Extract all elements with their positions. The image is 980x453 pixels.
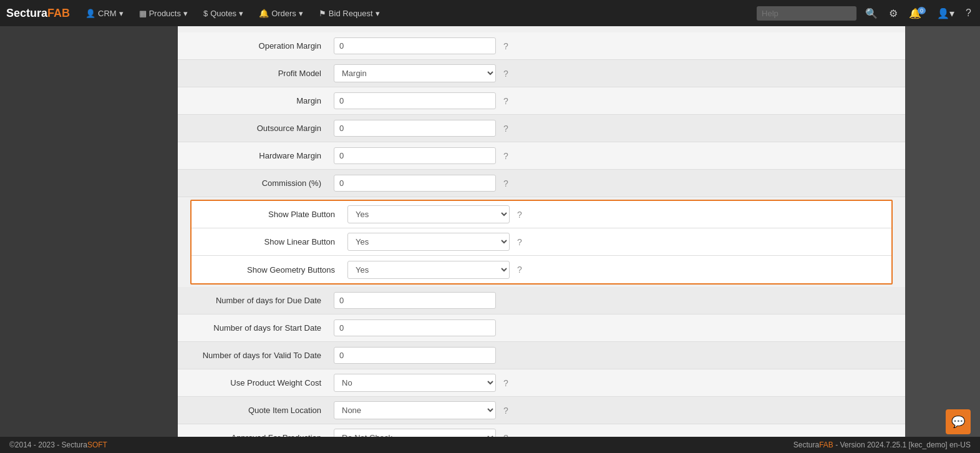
days-due-date-label: Number of days for Due Date [190, 296, 334, 305]
user-icon: 👤 [85, 9, 95, 18]
nav-bid-request[interactable]: ⚑ Bid Request ▾ [313, 6, 386, 21]
form-row-show-linear-button: Show Linear Button Yes No ? [192, 228, 891, 256]
grid-icon: ▦ [139, 9, 147, 18]
highlight-group: Show Plate Button Yes No ? Show Linear B… [190, 200, 893, 285]
nav-orders[interactable]: 🔔 Orders ▾ [253, 6, 309, 21]
commission-field [334, 175, 496, 192]
form-row-show-plate-button: Show Plate Button Yes No ? [192, 201, 891, 228]
use-product-weight-cost-label: Use Product Weight Cost [190, 378, 334, 387]
form-row-days-due-date: Number of days for Due Date [178, 287, 905, 314]
show-linear-button-select[interactable]: Yes No [347, 233, 510, 251]
quotes-chevron-icon: ▾ [239, 9, 243, 18]
outsource-margin-field [334, 120, 496, 137]
products-chevron-icon: ▾ [183, 9, 188, 18]
left-sidebar [0, 26, 178, 453]
show-geometry-buttons-select[interactable]: Yes No [347, 261, 510, 279]
days-due-date-input[interactable] [334, 292, 496, 309]
show-plate-button-select[interactable]: Yes No [347, 205, 510, 223]
form-row-profit-model: Profit Model Margin Markup ? [178, 60, 905, 87]
show-linear-button-label: Show Linear Button [204, 237, 347, 246]
nav-crm[interactable]: 👤 CRM ▾ [79, 6, 130, 21]
quote-item-location-label: Quote Item Location [190, 406, 334, 415]
form-row-outsource-margin: Outsource Margin ? [178, 115, 905, 142]
orders-chevron-icon: ▾ [299, 9, 303, 18]
bid-chevron-icon: ▾ [376, 9, 380, 18]
show-geometry-buttons-field: Yes No [347, 261, 510, 279]
navbar: SecturaFAB 👤 CRM ▾ ▦ Products ▾ $ Quotes… [0, 0, 980, 26]
dollar-icon: $ [203, 9, 208, 18]
show-geometry-buttons-help-icon[interactable]: ? [517, 265, 522, 275]
nav-quotes[interactable]: $ Quotes ▾ [197, 6, 250, 21]
bell-icon: 🔔 [259, 9, 269, 18]
quote-item-location-field: None [334, 401, 496, 419]
operation-margin-label: Operation Margin [190, 41, 334, 51]
highlight-section: 1 Show Plate Button Yes No ? Sho [178, 200, 905, 285]
commission-input[interactable] [334, 175, 496, 192]
nav-right: 🔍 ⚙ 🔔0 👤▾ ? [757, 5, 974, 22]
nav-products[interactable]: ▦ Products ▾ [133, 6, 194, 21]
form-row-hardware-margin: Hardware Margin ? [178, 142, 905, 170]
days-due-date-field [334, 292, 496, 309]
profit-model-help-icon[interactable]: ? [503, 69, 508, 79]
footer-soft-link[interactable]: SOFT [87, 441, 107, 449]
form-container: Operation Margin ? Profit Model Margin M… [178, 26, 905, 453]
form-row-operation-margin: Operation Margin ? [178, 32, 905, 60]
use-product-weight-cost-help-icon[interactable]: ? [503, 378, 508, 388]
days-valid-to-date-label: Number of days for Valid To Date [190, 351, 334, 360]
hardware-margin-label: Hardware Margin [190, 151, 334, 160]
quote-item-location-help-icon[interactable]: ? [503, 406, 508, 416]
outsource-margin-help-icon[interactable]: ? [503, 124, 508, 134]
use-product-weight-cost-field: No Yes [334, 374, 496, 392]
hardware-margin-input[interactable] [334, 147, 496, 164]
form-row-days-start-date: Number of days for Start Date [178, 314, 905, 342]
form-row-margin: Margin ? [178, 87, 905, 115]
profit-model-select[interactable]: Margin Markup [334, 64, 496, 82]
form-row-show-geometry-buttons: Show Geometry Buttons Yes No ? [192, 256, 891, 283]
form-row-days-valid-to-date: Number of days for Valid To Date [178, 342, 905, 369]
notifications-icon[interactable]: 🔔0 [906, 5, 928, 22]
main-content: Operation Margin ? Profit Model Margin M… [178, 26, 905, 453]
outsource-margin-label: Outsource Margin [190, 124, 334, 133]
help-search-input[interactable] [757, 6, 856, 21]
commission-label: Commission (%) [190, 178, 334, 188]
margin-input[interactable] [334, 92, 496, 109]
hardware-margin-field [334, 147, 496, 164]
page-wrapper: Operation Margin ? Profit Model Margin M… [0, 26, 980, 453]
outsource-margin-input[interactable] [334, 120, 496, 137]
crm-chevron-icon: ▾ [119, 9, 124, 18]
footer: ©2014 - 2023 - SecturaSOFT SecturaFAB - … [0, 437, 980, 453]
commission-help-icon[interactable]: ? [503, 178, 508, 188]
brand-logo[interactable]: SecturaFAB [6, 7, 70, 20]
hardware-margin-help-icon[interactable]: ? [503, 151, 508, 161]
show-linear-button-help-icon[interactable]: ? [517, 237, 522, 247]
show-linear-button-field: Yes No [347, 233, 510, 251]
margin-help-icon[interactable]: ? [503, 96, 508, 106]
days-start-date-field [334, 319, 496, 336]
operation-margin-input[interactable] [334, 37, 496, 54]
settings-icon[interactable]: ⚙ [886, 5, 900, 22]
use-product-weight-cost-select[interactable]: No Yes [334, 374, 496, 392]
chat-button[interactable]: 💬 [946, 409, 971, 434]
quote-item-location-select[interactable]: None [334, 401, 496, 419]
nav-menu: 👤 CRM ▾ ▦ Products ▾ $ Quotes ▾ 🔔 Orders… [79, 6, 386, 21]
form-row-commission: Commission (%) ? [178, 170, 905, 197]
margin-label: Margin [190, 96, 334, 105]
show-plate-button-field: Yes No [347, 205, 510, 223]
form-row-quote-item-location: Quote Item Location None ? [178, 397, 905, 424]
days-start-date-input[interactable] [334, 319, 496, 336]
days-start-date-label: Number of days for Start Date [190, 323, 334, 333]
days-valid-to-date-input[interactable] [334, 347, 496, 364]
operation-margin-field [334, 37, 496, 54]
margin-field [334, 92, 496, 109]
help-icon[interactable]: ? [963, 5, 974, 21]
brand-accent: FAB [47, 7, 70, 19]
operation-margin-help-icon[interactable]: ? [503, 41, 508, 51]
profit-model-label: Profit Model [190, 69, 334, 78]
user-account-icon[interactable]: 👤▾ [934, 5, 957, 22]
days-valid-to-date-field [334, 347, 496, 364]
show-plate-button-help-icon[interactable]: ? [517, 210, 522, 220]
show-plate-button-label: Show Plate Button [204, 210, 347, 219]
footer-left: ©2014 - 2023 - SecturaSOFT [9, 441, 107, 449]
form-row-use-product-weight-cost: Use Product Weight Cost No Yes ? [178, 369, 905, 397]
search-icon[interactable]: 🔍 [863, 5, 880, 22]
